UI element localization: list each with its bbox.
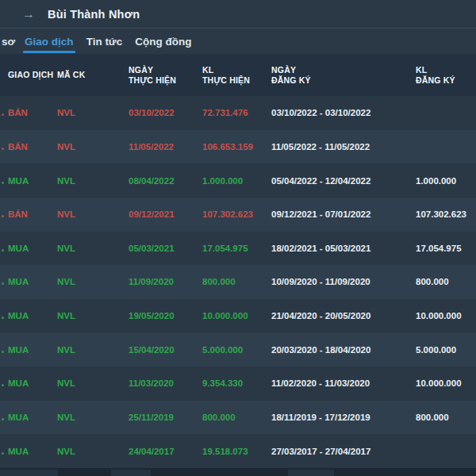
transaction-type-cell: BÁN (0, 209, 54, 219)
registered-volume-cell: 1.000.000 (416, 176, 476, 186)
ticker-cell: NVL (54, 378, 127, 388)
registered-volume-cell: 10.000.000 (416, 378, 476, 388)
profile-transactions-screen: → Bùi Thành Nhơn sơ Giao dịch Tin tức Cộ… (0, 0, 476, 476)
registered-volume-cell: 17.054.975 (416, 244, 476, 253)
transaction-type-cell: MUA (0, 413, 54, 422)
table-body: BÁN NVL 03/10/2022 72.731.476 03/10/2022… (0, 96, 476, 468)
registration-period-cell: 18/02/2021 - 05/03/2021 (271, 244, 416, 253)
execution-date-cell: 25/11/2019 (127, 413, 202, 422)
registration-period-cell: 03/10/2022 - 03/10/2022 (271, 108, 416, 117)
registration-period-cell: 21/04/2020 - 20/05/2020 (271, 311, 416, 321)
executed-volume-cell: 17.054.975 (202, 244, 271, 253)
transaction-type-cell: BÁN (0, 142, 54, 152)
registration-period-cell: 20/03/2020 - 18/04/2020 (271, 345, 416, 355)
registered-volume-cell: 107.302.623 (416, 209, 476, 219)
column-header-ma-ck: MÃ CK (54, 70, 127, 80)
execution-date-cell: 15/04/2020 (127, 345, 202, 355)
registered-volume-cell: 800.000 (416, 277, 476, 286)
registered-volume-cell: 10.000.000 (416, 311, 476, 321)
registered-volume-cell: 5.000.000 (416, 345, 476, 355)
executed-volume-cell: 1.000.000 (202, 176, 271, 186)
executed-volume-cell: 9.354.330 (202, 378, 271, 388)
transaction-type-cell: BÁN (0, 108, 54, 117)
transaction-type-cell: MUA (0, 244, 54, 253)
registration-period-cell: 11/02/2020 - 11/03/2020 (271, 378, 416, 388)
executed-volume-cell: 72.731.476 (202, 108, 271, 117)
tab-giao-dich[interactable]: Giao dịch (25, 36, 74, 48)
column-header-kl-thuc-hien: KLTHỰC HIỆN (202, 65, 271, 86)
table-row[interactable]: MUA NVL 08/04/2022 1.000.000 05/04/2022 … (0, 163, 476, 198)
table-row[interactable]: MUA NVL 15/04/2020 5.000.000 20/03/2020 … (0, 332, 476, 367)
tab-bar: sơ Giao dịch Tin tức Cộng đồng (0, 29, 476, 54)
executed-volume-cell: 10.000.000 (202, 311, 271, 321)
tab-cong-dong[interactable]: Cộng đồng (135, 36, 191, 48)
column-header-kl-dang-ky: KLĐĂNG KÝ (416, 65, 476, 86)
page-title: Bùi Thành Nhơn (48, 8, 140, 21)
transaction-type-cell: MUA (0, 378, 54, 388)
table-row[interactable]: BÁN NVL 11/05/2022 106.653.159 11/05/202… (0, 130, 476, 164)
executed-volume-cell: 800.000 (202, 413, 271, 422)
column-header-ngay-thuc-hien: NGÀYTHỰC HIỆN (127, 65, 202, 86)
execution-date-cell: 09/12/2021 (127, 209, 202, 219)
tab-tin-tuc[interactable]: Tin tức (86, 36, 123, 48)
table-row[interactable]: MUA NVL 05/03/2021 17.054.975 18/02/2021… (0, 232, 476, 266)
column-header-giao-dich: GIAO DỊCH (0, 70, 54, 80)
table-row[interactable]: MUA NVL 11/03/2020 9.354.330 11/02/2020 … (0, 367, 476, 401)
title-bar: → Bùi Thành Nhơn (0, 0, 476, 28)
ticker-cell: NVL (54, 345, 127, 355)
table-header: GIAO DỊCH MÃ CK NGÀYTHỰC HIỆN KLTHỰC HIỆ… (0, 54, 476, 96)
executed-volume-cell: 5.000.000 (202, 345, 271, 355)
executed-volume-cell: 19.518.073 (202, 447, 271, 456)
table-row[interactable]: MUA NVL 25/11/2019 800.000 18/11/2019 - … (0, 401, 476, 435)
execution-date-cell: 11/05/2022 (127, 142, 202, 152)
ticker-cell: NVL (54, 244, 127, 253)
execution-date-cell: 11/09/2020 (127, 277, 202, 286)
forward-arrow-icon[interactable]: → (22, 8, 35, 21)
transaction-type-cell: MUA (0, 311, 54, 321)
ticker-cell: NVL (54, 413, 127, 422)
executed-volume-cell: 800.000 (202, 277, 271, 286)
registration-period-cell: 18/11/2019 - 17/12/2019 (271, 413, 416, 422)
executed-volume-cell: 107.302.623 (202, 209, 271, 219)
transaction-type-cell: MUA (0, 176, 54, 186)
table-row[interactable]: MUA NVL 11/09/2020 800.000 10/09/2020 - … (0, 265, 476, 299)
registration-period-cell: 27/03/2017 - 27/04/2017 (271, 447, 416, 456)
ticker-cell: NVL (54, 142, 127, 152)
ticker-cell: NVL (54, 209, 127, 219)
ticker-cell: NVL (54, 176, 127, 186)
tab-ho-so[interactable]: sơ (2, 36, 15, 48)
execution-date-cell: 08/04/2022 (127, 176, 202, 186)
table-row[interactable]: MUA NVL 19/05/2020 10.000.000 21/04/2020… (0, 299, 476, 333)
transaction-type-cell: MUA (0, 277, 54, 286)
executed-volume-cell: 106.653.159 (202, 142, 271, 152)
table-row[interactable]: BÁN NVL 03/10/2022 72.731.476 03/10/2022… (0, 96, 476, 130)
transaction-type-cell: MUA (0, 447, 54, 456)
ticker-cell: NVL (54, 108, 127, 117)
ticker-cell: NVL (54, 277, 127, 286)
execution-date-cell: 19/05/2020 (127, 311, 202, 321)
ticker-cell: NVL (54, 311, 127, 321)
ticker-cell: NVL (54, 447, 127, 456)
execution-date-cell: 24/04/2017 (127, 447, 202, 456)
table-row[interactable]: BÁN NVL 09/12/2021 107.302.623 09/12/202… (0, 198, 476, 232)
execution-date-cell: 11/03/2020 (127, 378, 202, 388)
registration-period-cell: 09/12/2021 - 07/01/2022 (271, 209, 416, 219)
table-row[interactable]: MUA NVL 24/04/2017 19.518.073 27/03/2017… (0, 434, 476, 468)
registration-period-cell: 05/04/2022 - 12/04/2022 (271, 176, 416, 186)
transaction-type-cell: MUA (0, 345, 54, 355)
registered-volume-cell: 800.000 (416, 413, 476, 422)
registration-period-cell: 10/09/2020 - 11/09/2020 (271, 277, 416, 286)
cut-off-element-bottom (0, 468, 476, 476)
registration-period-cell: 11/05/2022 - 11/05/2022 (271, 142, 416, 152)
execution-date-cell: 03/10/2022 (127, 108, 202, 117)
column-header-ngay-dang-ky: NGÀYĐĂNG KÝ (271, 65, 416, 86)
execution-date-cell: 05/03/2021 (127, 244, 202, 253)
